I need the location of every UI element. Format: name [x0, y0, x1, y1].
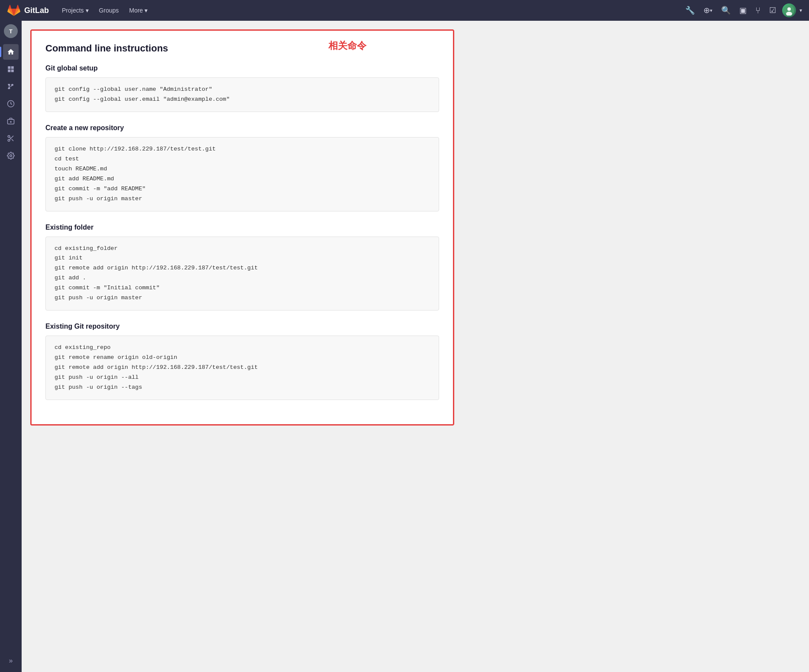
nav-more[interactable]: More ▾ — [125, 4, 152, 16]
content-box: Command line instructions 相关命令 Git globa… — [30, 29, 454, 426]
user-avatar[interactable] — [782, 3, 796, 17]
sidebar-item-settings[interactable] — [3, 148, 19, 163]
svg-line-12 — [12, 139, 13, 141]
section-new-repo: Create a new repository git clone http:/… — [45, 124, 439, 211]
clock-icon — [7, 100, 15, 108]
nav-right: 🔧 ⊕▾ 🔍 ▣ ⑂ ☑ ▾ — [683, 3, 802, 18]
sidebar-item-board[interactable] — [3, 61, 19, 77]
home-icon — [7, 48, 15, 56]
sidebar-toggle[interactable]: ▣ — [737, 3, 749, 18]
code-block-existing-git-repo: cd existing_repo git remote rename origi… — [45, 336, 439, 400]
wrench-icon[interactable]: 🔧 — [683, 3, 697, 18]
sidebar: T — [0, 21, 22, 672]
section-title-new-repo: Create a new repository — [45, 124, 439, 132]
code-block-existing-folder: cd existing_folder git init git remote a… — [45, 237, 439, 311]
sidebar-expand-button[interactable]: » — [3, 653, 19, 669]
sidebar-item-package[interactable] — [3, 113, 19, 129]
new-item-button[interactable]: ⊕▾ — [701, 3, 715, 18]
chevron-down-icon: ▾ — [144, 7, 148, 14]
chevron-down-icon: ▾ — [86, 7, 89, 14]
section-title-existing-git-repo: Existing Git repository — [45, 323, 439, 330]
search-button[interactable]: 🔍 — [719, 3, 733, 18]
sidebar-bottom: » — [3, 653, 19, 669]
sidebar-item-merge-requests[interactable] — [3, 79, 19, 94]
scissors-icon — [7, 134, 15, 142]
chinese-annotation: 相关命令 — [328, 39, 366, 52]
navbar: GitLab Projects ▾ Groups More ▾ 🔧 ⊕▾ 🔍 ▣… — [0, 0, 809, 21]
svg-line-13 — [10, 137, 11, 138]
code-block-git-global: git config --global user.name "Administr… — [45, 77, 439, 112]
section-git-global-setup: Git global setup git config --global use… — [45, 64, 439, 112]
sidebar-item-home[interactable] — [3, 44, 19, 60]
section-existing-git-repo: Existing Git repository cd existing_repo… — [45, 323, 439, 400]
avatar-image — [784, 5, 794, 16]
svg-line-4 — [10, 85, 13, 87]
nav-links: Projects ▾ Groups More ▾ — [58, 4, 683, 16]
brand[interactable]: GitLab — [7, 3, 49, 17]
brand-name: GitLab — [24, 6, 49, 15]
merge-request-nav-icon — [7, 83, 15, 90]
nav-groups[interactable]: Groups — [95, 4, 123, 16]
svg-point-1 — [787, 7, 791, 11]
merge-requests-icon[interactable]: ⑂ — [753, 3, 763, 18]
nav-projects[interactable]: Projects ▾ — [58, 4, 93, 16]
package-icon — [7, 117, 15, 125]
section-existing-folder: Existing folder cd existing_folder git i… — [45, 224, 439, 311]
todos-icon[interactable]: ☑ — [767, 3, 779, 18]
avatar-chevron: ▾ — [799, 7, 802, 13]
code-block-new-repo: git clone http://192.168.229.187/test/te… — [45, 137, 439, 211]
svg-point-14 — [10, 155, 12, 157]
sidebar-item-scissors[interactable] — [3, 131, 19, 146]
section-title-existing-folder: Existing folder — [45, 224, 439, 231]
section-title-git-global: Git global setup — [45, 64, 439, 72]
settings-icon — [7, 152, 15, 160]
sidebar-item-clock[interactable] — [3, 96, 19, 112]
board-icon — [7, 65, 15, 73]
svg-point-9 — [8, 135, 10, 138]
main-content: Command line instructions 相关命令 Git globa… — [22, 21, 809, 672]
sidebar-user-avatar[interactable]: T — [4, 24, 18, 38]
svg-point-10 — [8, 139, 10, 141]
page-title: Command line instructions — [45, 43, 439, 54]
gitlab-logo-icon — [7, 3, 21, 17]
